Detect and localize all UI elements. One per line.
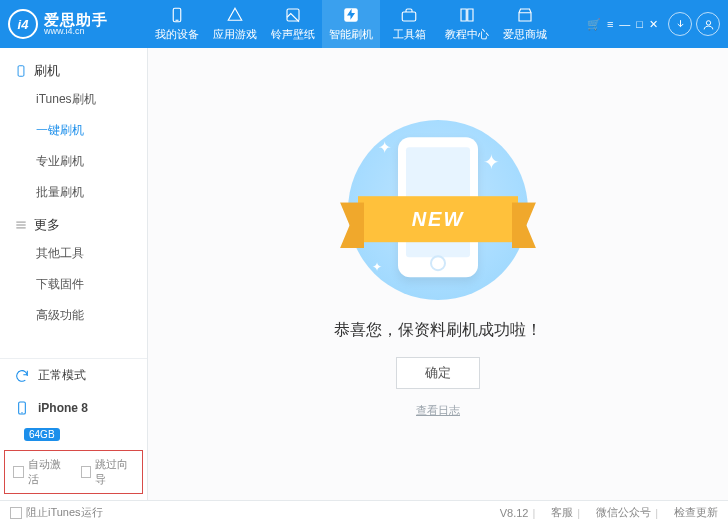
close-button[interactable]: ✕ xyxy=(649,18,658,31)
checkbox-label: 自动激活 xyxy=(28,457,67,487)
tab-tutorial[interactable]: 教程中心 xyxy=(438,0,496,48)
svg-rect-4 xyxy=(402,12,416,21)
tab-flash[interactable]: 智能刷机 xyxy=(322,0,380,48)
status-wechat[interactable]: 微信公众号 xyxy=(596,505,651,520)
group-label: 刷机 xyxy=(34,62,60,80)
version-label: V8.12 xyxy=(500,507,529,519)
options-row: 自动激活 跳过向导 xyxy=(4,450,143,494)
device-storage-badge: 64GB xyxy=(0,424,147,442)
new-ribbon: NEW xyxy=(358,196,518,242)
success-illustration: ✦ ✦ ✦ NEW xyxy=(348,120,528,300)
brand-name: 爱思助手 xyxy=(44,12,108,27)
sidebar-item-onekey-flash[interactable]: 一键刷机 xyxy=(0,115,147,146)
download-button[interactable] xyxy=(668,12,692,36)
tab-label: 智能刷机 xyxy=(329,27,373,42)
tab-label: 教程中心 xyxy=(445,27,489,42)
status-support[interactable]: 客服 xyxy=(551,505,573,520)
sidebar-item-other-tools[interactable]: 其他工具 xyxy=(0,238,147,269)
success-message: 恭喜您，保资料刷机成功啦！ xyxy=(334,320,542,341)
checkbox-auto-activate[interactable]: 自动激活 xyxy=(13,457,67,487)
window-controls: 🛒 ≡ — □ ✕ xyxy=(587,18,658,31)
group-label: 更多 xyxy=(34,216,60,234)
tab-label: 铃声壁纸 xyxy=(271,27,315,42)
sidebar-item-batch-flash[interactable]: 批量刷机 xyxy=(0,177,147,208)
tab-store[interactable]: 爱思商城 xyxy=(496,0,554,48)
status-update[interactable]: 检查更新 xyxy=(674,505,718,520)
checkbox-block-itunes[interactable]: 阻止iTunes运行 xyxy=(10,505,103,520)
svg-point-5 xyxy=(706,20,710,24)
phone-icon xyxy=(14,64,28,78)
tab-toolbox[interactable]: 工具箱 xyxy=(380,0,438,48)
phone-icon xyxy=(14,400,30,416)
apps-icon xyxy=(226,6,244,24)
device-icon xyxy=(168,6,186,24)
sidebar: 刷机 iTunes刷机 一键刷机 专业刷机 批量刷机 更多 其他工具 下载固件 … xyxy=(0,48,148,500)
tab-label: 工具箱 xyxy=(393,27,426,42)
ok-button[interactable]: 确定 xyxy=(396,357,480,389)
svg-rect-6 xyxy=(18,66,24,77)
minimize-button[interactable]: — xyxy=(619,18,630,30)
refresh-icon xyxy=(14,368,30,384)
sidebar-group-more: 更多 xyxy=(0,208,147,238)
cart-icon[interactable]: 🛒 xyxy=(587,18,601,31)
book-icon xyxy=(458,6,476,24)
logo-icon: i4 xyxy=(8,9,38,39)
sidebar-group-flash: 刷机 xyxy=(0,54,147,84)
tab-ringtone[interactable]: 铃声壁纸 xyxy=(264,0,322,48)
device-info[interactable]: iPhone 8 xyxy=(0,392,147,424)
checkbox-label: 阻止iTunes运行 xyxy=(26,505,103,520)
maximize-button[interactable]: □ xyxy=(636,18,643,30)
store-icon xyxy=(516,6,534,24)
more-icon xyxy=(14,218,28,232)
titlebar: i4 爱思助手 www.i4.cn 我的设备 应用游戏 铃声壁纸 智能刷机 工具… xyxy=(0,0,728,48)
top-tabs: 我的设备 应用游戏 铃声壁纸 智能刷机 工具箱 教程中心 爱思商城 xyxy=(148,0,587,48)
tab-label: 爱思商城 xyxy=(503,27,547,42)
view-log-link[interactable]: 查看日志 xyxy=(416,403,460,418)
tab-label: 我的设备 xyxy=(155,27,199,42)
sidebar-item-advanced[interactable]: 高级功能 xyxy=(0,300,147,331)
toolbox-icon xyxy=(400,6,418,24)
device-mode[interactable]: 正常模式 xyxy=(0,359,147,392)
wallpaper-icon xyxy=(284,6,302,24)
user-button[interactable] xyxy=(696,12,720,36)
checkbox-label: 跳过向导 xyxy=(95,457,134,487)
sidebar-item-pro-flash[interactable]: 专业刷机 xyxy=(0,146,147,177)
sidebar-item-download-fw[interactable]: 下载固件 xyxy=(0,269,147,300)
statusbar: 阻止iTunes运行 V8.12 | 客服 | 微信公众号 | 检查更新 xyxy=(0,500,728,524)
tab-label: 应用游戏 xyxy=(213,27,257,42)
mode-label: 正常模式 xyxy=(38,367,86,384)
tab-apps[interactable]: 应用游戏 xyxy=(206,0,264,48)
menu-icon[interactable]: ≡ xyxy=(607,18,613,30)
sidebar-item-itunes-flash[interactable]: iTunes刷机 xyxy=(0,84,147,115)
brand: i4 爱思助手 www.i4.cn xyxy=(8,9,148,39)
device-name: iPhone 8 xyxy=(38,401,88,415)
brand-url: www.i4.cn xyxy=(44,27,108,36)
main-content: ✦ ✦ ✦ NEW 恭喜您，保资料刷机成功啦！ 确定 查看日志 xyxy=(148,48,728,500)
checkbox-skip-wizard[interactable]: 跳过向导 xyxy=(81,457,135,487)
flash-icon xyxy=(342,6,360,24)
tab-my-device[interactable]: 我的设备 xyxy=(148,0,206,48)
